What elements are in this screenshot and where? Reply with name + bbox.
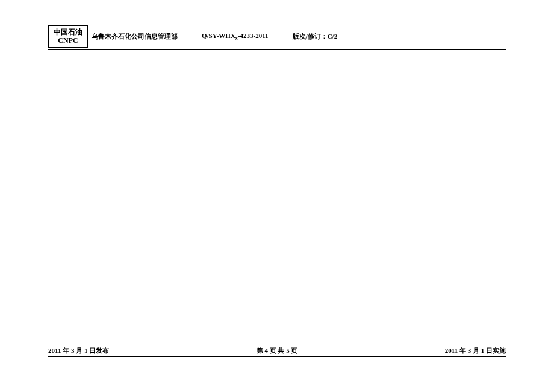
page-info: 第 4 页 共 5 页	[257, 346, 298, 355]
department-name: 乌鲁木齐石化公司信息管理部	[92, 32, 178, 41]
doc-code-suffix: -4233-2011	[238, 32, 269, 39]
header-info-row: 乌鲁木齐石化公司信息管理部 Q/SY-WHXx-4233-2011 版次/修订：…	[92, 32, 506, 41]
document-code: Q/SY-WHXx-4233-2011	[202, 32, 269, 41]
revision-label: 版次/修订：	[293, 33, 328, 40]
company-name-cn: 中国石油	[54, 28, 82, 36]
revision-info: 版次/修订：C/2	[293, 32, 338, 41]
company-name-en: CNPC	[54, 36, 82, 45]
document-header: 中国石油 CNPC 乌鲁木齐石化公司信息管理部 Q/SY-WHXx-4233-2…	[48, 25, 506, 50]
implement-date: 2011 年 3 月 1 日实施	[445, 346, 506, 355]
company-logo-box: 中国石油 CNPC	[48, 25, 88, 48]
revision-value: C/2	[328, 33, 338, 40]
doc-code-prefix: Q/SY-WHX	[202, 32, 235, 39]
publish-date: 2011 年 3 月 1 日发布	[48, 346, 109, 355]
document-footer: 2011 年 3 月 1 日发布 第 4 页 共 5 页 2011 年 3 月 …	[48, 346, 506, 357]
